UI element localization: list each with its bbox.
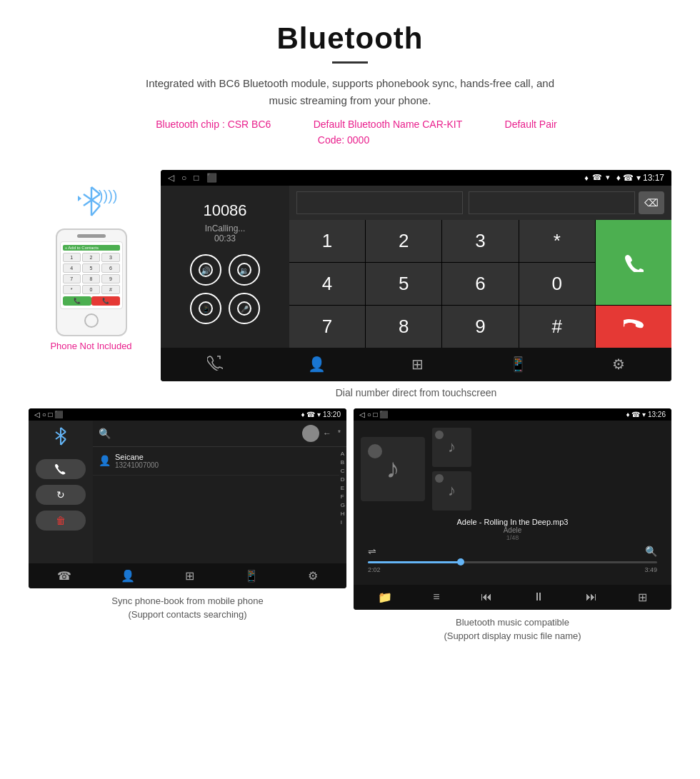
dial-left-panel: 10086 InCalling... 00:33 🔊 <box>161 186 289 348</box>
pb-status-bar: ◁ ○ □ ⬛ ♦ ☎ ▾ 13:20 <box>29 408 346 421</box>
dial-delete-btn[interactable]: ⌫ <box>639 191 664 214</box>
phone-illustration: )))) + Add to Contacts 1 2 3 4 5 6 7 8 9… <box>29 170 154 351</box>
dial-controls-2: 📱 🎤 <box>190 293 260 324</box>
alpha-g: G <box>341 501 345 510</box>
phone-call-red: 📞 <box>91 296 120 306</box>
pb-refresh-btn[interactable]: ↻ <box>36 485 86 505</box>
ms-progress-fill <box>368 561 461 563</box>
numpad-8[interactable]: 8 <box>366 306 441 348</box>
mute-btn[interactable]: 🎤 <box>229 293 260 324</box>
phonebook-screen: ◁ ○ □ ⬛ ♦ ☎ ▾ 13:20 <box>29 408 346 588</box>
alpha-h: H <box>341 510 345 518</box>
pb-nav-icons: ◁ ○ □ ⬛ <box>34 411 63 418</box>
pb-search-icon: 🔍 <box>99 428 111 439</box>
nav-menu: ⬛ <box>206 173 217 183</box>
numpad-star[interactable]: * <box>519 220 595 262</box>
phone-call-green: 📞 <box>63 296 91 306</box>
dial-right-panel: ⌫ 1 2 3 * 4 5 <box>289 186 671 348</box>
numpad-6[interactable]: 6 <box>442 263 518 305</box>
pb-contact-number: 13241007000 <box>115 461 334 469</box>
pb-mic-btn[interactable] <box>302 425 319 442</box>
pb-search-row: 🔍 ← * <box>93 421 346 447</box>
call-red-icon <box>624 316 644 336</box>
ms-artist: Adele <box>361 526 664 534</box>
numpad-9[interactable]: 9 <box>442 306 518 348</box>
key-6: 6 <box>101 263 119 273</box>
ms-folder-icon[interactable]: 📁 <box>378 590 392 604</box>
pb-bottom-calls[interactable]: ☎ <box>57 569 71 583</box>
numpad-7[interactable]: 7 <box>289 306 365 348</box>
numpad-4[interactable]: 4 <box>289 263 365 305</box>
key-star: * <box>63 285 81 294</box>
middle-section: )))) + Add to Contacts 1 2 3 4 5 6 7 8 9… <box>0 163 700 401</box>
svg-line-18 <box>61 439 66 445</box>
bottom-transfer-icon[interactable]: 📱 <box>509 356 527 373</box>
ms-prev-icon[interactable]: ⏮ <box>481 590 492 604</box>
ms-time-total: 3:49 <box>644 566 657 573</box>
numpad-3[interactable]: 3 <box>442 220 518 262</box>
pb-search-input[interactable] <box>114 426 299 441</box>
key-4: 4 <box>63 263 81 273</box>
transfer-btn[interactable]: 📱 <box>190 293 221 324</box>
dial-input-row: ⌫ <box>289 186 671 220</box>
header-description: Integrated with BC6 Bluetooth module, su… <box>136 75 564 109</box>
ms-next-icon[interactable]: ⏭ <box>586 590 597 604</box>
bottom-nav-bar: 👤 ⊞ 📱 ⚙ <box>161 348 671 381</box>
ms-track-num: 1/48 <box>361 534 664 541</box>
bottom-dialpad-icon[interactable]: ⊞ <box>411 356 424 373</box>
numpad-2[interactable]: 2 <box>366 220 441 262</box>
phonebook-caption-line2: (Support contacts searching) <box>128 609 246 620</box>
numpad-call[interactable] <box>596 220 671 305</box>
phonebook-wrap: ◁ ○ □ ⬛ ♦ ☎ ▾ 13:20 <box>29 408 346 643</box>
pb-contact-list-row: 👤 Seicane 13241007000 A B C <box>93 447 346 533</box>
svg-text:🔊: 🔊 <box>201 266 211 276</box>
bottom-settings-icon[interactable]: ⚙ <box>612 356 625 373</box>
ms-eq-icon[interactable]: ⊞ <box>638 590 647 604</box>
key-9: 9 <box>101 274 119 283</box>
numpad-end-call[interactable] <box>596 306 671 348</box>
ms-progress-dot <box>457 558 464 566</box>
numpad-5[interactable]: 5 <box>366 263 441 305</box>
pb-bottom-contacts[interactable]: 👤 <box>121 569 135 583</box>
pb-bottom-settings[interactable]: ⚙ <box>308 569 318 583</box>
pb-call-btn[interactable] <box>36 459 86 479</box>
call-status: InCalling... <box>205 223 246 233</box>
svg-line-4 <box>91 206 100 216</box>
pb-delete-btn[interactable]: 🗑 <box>36 511 86 531</box>
pb-contact-name: Seicane <box>115 453 334 461</box>
music-caption-line2: (Support display music file name) <box>444 630 581 641</box>
alpha-e: E <box>341 484 345 493</box>
numpad-0[interactable]: 0 <box>519 263 595 305</box>
key-1: 1 <box>63 253 81 262</box>
ms-time-current: 2:02 <box>368 566 381 573</box>
call-timer: 00:33 <box>214 233 236 243</box>
ms-search-icon[interactable]: 🔍 <box>645 546 657 557</box>
alpha-d: D <box>341 476 345 484</box>
dial-input-box[interactable] <box>296 191 463 214</box>
ms-bottom-bar: 📁 ≡ ⏮ ⏸ ⏭ ⊞ <box>354 585 671 610</box>
ms-list-icon[interactable]: ≡ <box>433 590 439 604</box>
ms-album-side: ♪ ♪ <box>432 428 471 511</box>
pb-bottom-dialpad[interactable]: ⊞ <box>185 569 194 583</box>
bottom-calls-icon[interactable] <box>207 355 223 374</box>
main-screen-wrap: ◁ ○ □ ⬛ ♦ ☎ ▾ ♦ ☎ ▾ 13:17 10086 InCallin… <box>161 170 671 401</box>
ms-time: ♦ ☎ ▾ 13:26 <box>626 411 666 418</box>
phone-not-included: Phone Not Included <box>50 341 131 351</box>
ms-play-pause-icon[interactable]: ⏸ <box>533 590 544 604</box>
pb-contact-1[interactable]: 👤 Seicane 13241007000 <box>93 447 339 476</box>
ms-thumb-dot-2 <box>435 474 444 483</box>
pb-backspace-icon[interactable]: ← <box>323 428 331 438</box>
key-5: 5 <box>82 263 100 273</box>
numpad-hash[interactable]: # <box>519 306 595 348</box>
bottom-contacts-icon[interactable]: 👤 <box>308 356 326 373</box>
ms-progress-bar[interactable] <box>368 561 657 563</box>
volume-up-btn[interactable]: 🔊 <box>190 254 221 286</box>
numpad-1[interactable]: 1 <box>289 220 365 262</box>
signal-icon: ▾ <box>606 173 610 182</box>
volume-down-btn[interactable]: 🔉 <box>229 254 260 286</box>
pb-bottom-transfer[interactable]: 📱 <box>244 569 259 583</box>
ms-shuffle-icon[interactable]: ⇌ <box>368 546 376 557</box>
key-7: 7 <box>63 274 81 283</box>
ms-track-info: Adele - Rolling In the Deep.mp3 Adele 1/… <box>361 518 664 541</box>
dial-input-box-2[interactable] <box>469 191 635 214</box>
